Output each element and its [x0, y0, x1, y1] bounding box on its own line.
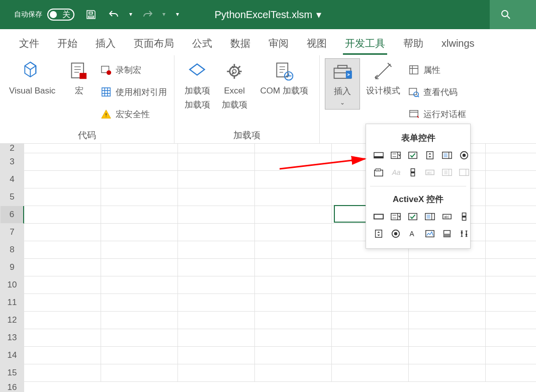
activex-listbox-control[interactable] — [423, 210, 436, 223]
row-header-14[interactable]: 14 — [0, 347, 24, 364]
tab-page-layout[interactable]: 页面布局 — [125, 31, 183, 55]
activex-spinner-control[interactable] — [372, 227, 385, 240]
activex-combobox-control[interactable] — [389, 210, 402, 223]
row-header-5[interactable]: 5 — [0, 188, 24, 206]
use-relative-button[interactable]: 使用相对引用 — [99, 82, 169, 102]
tab-view[interactable]: 视图 — [298, 31, 336, 55]
qat-customize[interactable]: ▾ — [169, 4, 186, 24]
row-header-3[interactable]: 3 — [0, 153, 24, 171]
ribbon-group-addins: 加载项 加载项 Excel 加载项 COM 加载项 加载项 — [174, 55, 320, 143]
autosave-toggle[interactable]: 自动保存 关 — [14, 9, 70, 21]
run-dialog-label: 运行对话框 — [423, 109, 466, 120]
tab-home[interactable]: 开始 — [48, 31, 86, 55]
tab-formulas[interactable]: 公式 — [183, 31, 221, 55]
gear-icon — [223, 60, 245, 82]
activex-button-control[interactable] — [372, 210, 385, 223]
tab-review[interactable]: 审阅 — [259, 31, 298, 55]
row-header-9[interactable]: 9 — [0, 259, 24, 276]
addins-button[interactable]: 加载项 加载项 — [180, 58, 215, 113]
row-header-11[interactable]: 11 — [0, 294, 24, 312]
svg-rect-13 — [409, 88, 417, 95]
search-box[interactable] — [490, 0, 536, 29]
form-button-control[interactable] — [372, 149, 385, 162]
row-header-6[interactable]: 6 — [0, 206, 24, 224]
view-code-button[interactable]: 查看代码 — [406, 82, 468, 102]
excel-addins-button[interactable]: Excel 加载项 — [217, 58, 252, 113]
properties-icon — [408, 64, 419, 75]
undo-dropdown[interactable]: ▾ — [126, 4, 136, 24]
row-header-12[interactable]: 12 — [0, 312, 24, 329]
svg-rect-29 — [411, 171, 414, 173]
run-dialog-button[interactable]: 运行对话框 — [406, 105, 468, 124]
form-spinner-control[interactable] — [423, 149, 436, 162]
properties-button[interactable]: 属性 — [406, 60, 468, 79]
tab-file[interactable]: 文件 — [10, 31, 48, 55]
activex-radio-control[interactable] — [389, 227, 402, 240]
activex-checkbox-control[interactable] — [406, 210, 419, 223]
tab-insert[interactable]: 插入 — [86, 31, 125, 55]
design-mode-button[interactable]: 设计模式 — [362, 58, 404, 99]
macros-button[interactable]: 宏 — [61, 58, 97, 99]
form-radio-control[interactable] — [458, 149, 471, 162]
activex-scrollbar-control[interactable] — [458, 210, 471, 223]
form-scrollbar-control[interactable] — [406, 166, 419, 179]
form-label-control[interactable]: Aa — [389, 166, 402, 179]
insert-controls-dropdown: 表单控件 xyz Aa ab| ActiveX 控件 ab| A — [366, 124, 471, 249]
addins-icon — [186, 60, 208, 82]
row-header-15[interactable]: 15 — [0, 364, 24, 382]
row-header-10[interactable]: 10 — [0, 276, 24, 294]
insert-controls-button[interactable]: 插入 ⌄ — [325, 58, 360, 110]
svg-rect-46 — [426, 231, 434, 237]
redo-dropdown[interactable]: ▾ — [159, 4, 169, 24]
svg-text:A: A — [410, 231, 415, 238]
form-groupbox-control[interactable]: xyz — [372, 166, 385, 179]
row-header-7[interactable]: 7 — [0, 224, 24, 241]
row-header-4[interactable]: 4 — [0, 171, 24, 188]
ribbon-group-code: Visual Basic 宏 录制宏 使用相对引用 宏安全性 — [0, 55, 174, 143]
macros-label: 宏 — [75, 85, 83, 96]
tab-data[interactable]: 数据 — [221, 31, 259, 55]
row-header-16[interactable]: 16 — [0, 382, 24, 392]
svg-rect-20 — [427, 152, 433, 159]
tab-developer[interactable]: 开发工具 — [336, 31, 394, 55]
svg-rect-15 — [410, 111, 418, 117]
tab-xlwings[interactable]: xlwings — [432, 31, 484, 55]
activex-more-controls[interactable] — [458, 227, 471, 240]
activex-controls-title: ActiveX 控件 — [368, 189, 468, 210]
group-code-label: 代码 — [5, 127, 169, 142]
form-combobox-control[interactable] — [389, 149, 402, 162]
visual-basic-button[interactable]: Visual Basic — [5, 58, 59, 99]
use-relative-label: 使用相对引用 — [116, 86, 167, 98]
svg-point-5 — [230, 67, 239, 76]
excel-addins-label-2: 加载项 — [222, 100, 247, 111]
svg-point-23 — [463, 154, 466, 157]
activex-image-control[interactable] — [423, 227, 436, 240]
save-button[interactable] — [79, 5, 103, 25]
activex-togglebutton-control[interactable] — [440, 227, 454, 240]
macro-security-button[interactable]: 宏安全性 — [99, 105, 169, 124]
activex-label-control[interactable]: A — [406, 227, 419, 240]
undo-button[interactable] — [103, 5, 126, 25]
activex-textbox-control[interactable]: ab| — [440, 210, 454, 223]
autosave-off-label: 关 — [62, 10, 70, 20]
tab-help[interactable]: 帮助 — [394, 31, 432, 55]
redo-button[interactable] — [136, 5, 159, 25]
com-addins-button[interactable]: COM 加载项 — [254, 58, 314, 113]
row-headers: 2 3 4 5 6 7 8 9 10 11 12 13 14 15 16 — [0, 144, 24, 392]
form-listbox-control[interactable] — [440, 149, 454, 162]
svg-rect-12 — [410, 66, 418, 74]
chevron-down-icon: ⌄ — [340, 99, 345, 107]
svg-rect-41 — [462, 216, 466, 218]
row-header-13[interactable]: 13 — [0, 329, 24, 347]
svg-point-4 — [107, 70, 111, 75]
excel-addins-label: Excel — [224, 85, 245, 96]
svg-rect-42 — [376, 230, 382, 238]
visual-basic-icon — [21, 60, 43, 82]
svg-rect-19 — [409, 152, 417, 159]
row-header-2[interactable]: 2 — [0, 144, 24, 153]
window-title[interactable]: PythonExcelTest.xlsm ▾ — [215, 9, 322, 21]
form-checkbox-control[interactable] — [406, 149, 419, 162]
record-macro-button[interactable]: 录制宏 — [99, 60, 169, 79]
row-header-8[interactable]: 8 — [0, 241, 24, 259]
form-combo-dropdown-control — [458, 166, 471, 179]
